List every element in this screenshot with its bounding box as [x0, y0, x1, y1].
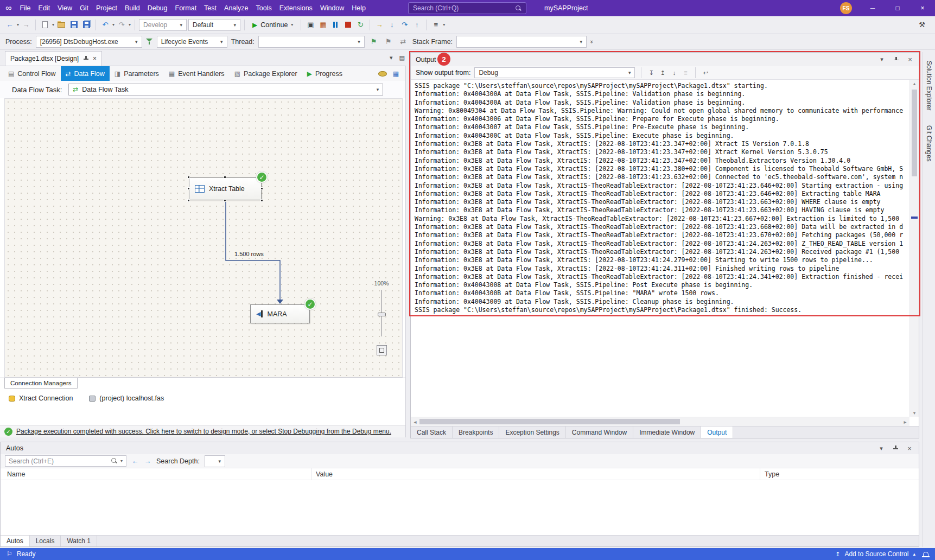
- next-message-icon[interactable]: ↓: [670, 69, 678, 76]
- execution-status-link[interactable]: Package execution completed with success…: [16, 428, 391, 435]
- pause-icon[interactable]: [330, 19, 341, 31]
- tool-window-tab[interactable]: Command Window: [566, 427, 633, 438]
- menu-item[interactable]: Format: [171, 0, 201, 16]
- redo-dropdown-icon[interactable]: ▾: [129, 22, 131, 27]
- close-button[interactable]: ×: [910, 0, 935, 16]
- search-options-icon[interactable]: ▾: [120, 459, 123, 463]
- menu-item[interactable]: Window: [316, 0, 348, 16]
- scroll-right-icon[interactable]: ▸: [901, 417, 909, 426]
- selection-handle[interactable]: [187, 187, 190, 190]
- tool-window-tab[interactable]: Locals: [30, 536, 61, 546]
- quick-search-box[interactable]: Search (Ctrl+Q): [408, 2, 526, 14]
- redo-icon[interactable]: ↷: [116, 19, 127, 31]
- pin-icon[interactable]: [892, 57, 900, 62]
- data-flow-task-dropdown[interactable]: ⇄ Data Flow Task ▾: [68, 84, 383, 96]
- horizontal-scrollbar[interactable]: ◂ ▸: [411, 417, 909, 426]
- navigate-forward-icon[interactable]: →: [21, 19, 31, 31]
- close-icon[interactable]: ×: [906, 55, 914, 63]
- getting-started-icon[interactable]: [378, 71, 387, 77]
- tab-parameters[interactable]: ◨ Parameters: [110, 66, 164, 81]
- toolbar-overflow-icon[interactable]: »: [589, 40, 595, 43]
- add-to-source-control-button[interactable]: Add to Source Control: [844, 550, 908, 558]
- process-dropdown[interactable]: [26956] DtsDebugHost.exe▾: [36, 36, 142, 48]
- tab-event-handlers[interactable]: ▦ Event Handlers: [164, 66, 230, 81]
- solution-configurations-dropdown[interactable]: Develop▾: [139, 19, 187, 31]
- undo-icon[interactable]: ↶: [100, 19, 111, 31]
- toggle-flagged-icon[interactable]: ⚑: [383, 36, 394, 48]
- tool-window-tab[interactable]: Call Stack: [411, 427, 453, 438]
- menu-item[interactable]: Test: [200, 0, 220, 16]
- selection-handle[interactable]: [224, 199, 226, 202]
- scrollbar-thumb[interactable]: [912, 90, 917, 176]
- menu-item[interactable]: Edit: [35, 0, 54, 16]
- scrollbar-thumb[interactable]: [419, 419, 680, 424]
- tool-window-tab[interactable]: Breakpoints: [453, 427, 499, 438]
- connection-item-xtract[interactable]: Xtract Connection: [9, 394, 73, 402]
- window-options-icon[interactable]: ▤: [399, 54, 405, 61]
- scroll-down-icon[interactable]: ▾: [910, 410, 919, 416]
- menu-item[interactable]: Analyze: [220, 0, 252, 16]
- search-back-icon[interactable]: ←: [131, 457, 139, 465]
- autos-grid-body[interactable]: [1, 480, 919, 535]
- chevron-up-icon[interactable]: ▴: [913, 551, 915, 557]
- close-document-icon[interactable]: ×: [93, 55, 97, 62]
- pin-icon[interactable]: [83, 56, 88, 61]
- stack-frame-dropdown[interactable]: ▾: [456, 36, 587, 48]
- connection-item-localhost[interactable]: (project) localhost.fas: [89, 394, 164, 402]
- active-files-dropdown-icon[interactable]: ▾: [390, 54, 393, 61]
- connector-path[interactable]: [226, 200, 280, 300]
- column-header-type[interactable]: Type: [760, 468, 919, 480]
- search-depth-dropdown[interactable]: ▾: [205, 455, 225, 467]
- menu-item[interactable]: Extensions: [276, 0, 316, 16]
- connection-managers-header[interactable]: Connection Managers: [4, 378, 78, 389]
- menu-item[interactable]: Build: [121, 0, 144, 16]
- dock-tab[interactable]: Solution Explorer: [925, 61, 933, 110]
- menu-item[interactable]: View: [54, 0, 76, 16]
- autos-title-bar[interactable]: Autos ▾ ×: [1, 442, 919, 454]
- step-over-icon[interactable]: ↷: [399, 19, 410, 31]
- tab-progress[interactable]: ▶ Progress: [302, 66, 347, 81]
- filter-icon[interactable]: [146, 38, 153, 45]
- menu-item[interactable]: Tools: [252, 0, 276, 16]
- find-message-icon[interactable]: ↧: [647, 69, 655, 77]
- toolbar-overflow-icon[interactable]: ▾: [443, 22, 445, 27]
- zoom-slider-thumb[interactable]: [378, 313, 386, 316]
- stop-debugging-icon[interactable]: [342, 19, 353, 31]
- tool-window-tab[interactable]: Exception Settings: [499, 427, 565, 438]
- user-avatar[interactable]: FS: [840, 2, 852, 14]
- vertical-scrollbar[interactable]: ▴ ▾: [909, 80, 919, 417]
- selection-handle[interactable]: [187, 199, 190, 202]
- menu-item[interactable]: Help: [348, 0, 370, 16]
- minimize-button[interactable]: ─: [860, 0, 885, 16]
- show-next-statement-icon[interactable]: →: [374, 19, 385, 31]
- mara-destination-node[interactable]: MARA ✓: [250, 304, 310, 323]
- tool-window-tab[interactable]: Watch 1: [61, 536, 97, 546]
- tab-package-explorer[interactable]: ▧ Package Explorer: [230, 66, 302, 81]
- document-tab-package1[interactable]: Package1.dtsx [Design] ×: [5, 51, 102, 66]
- save-icon[interactable]: [68, 19, 79, 31]
- clear-all-icon[interactable]: ≡: [682, 69, 689, 76]
- close-icon[interactable]: ×: [906, 444, 913, 453]
- preview-icon[interactable]: ▣: [305, 19, 316, 31]
- selection-handle[interactable]: [187, 176, 190, 179]
- tool-window-tab[interactable]: Immediate Window: [633, 427, 701, 438]
- parallel-stacks-icon[interactable]: ⇄: [398, 36, 409, 48]
- selection-handle[interactable]: [260, 187, 263, 190]
- fit-to-window-button[interactable]: [377, 345, 387, 355]
- navigate-back-dropdown-icon[interactable]: ▾: [17, 22, 19, 27]
- search-input[interactable]: [9, 457, 108, 465]
- tab-data-flow[interactable]: ⇄ Data Flow: [61, 66, 110, 81]
- flag-threads-icon[interactable]: ⚑: [368, 36, 379, 48]
- toolbox-tools-icon[interactable]: ⚒: [917, 19, 927, 31]
- background-tasks-icon[interactable]: ⚐: [7, 550, 12, 558]
- column-header-name[interactable]: Name: [1, 468, 311, 480]
- previous-message-icon[interactable]: ↥: [659, 69, 666, 77]
- window-position-icon[interactable]: ▾: [877, 445, 885, 452]
- pin-icon[interactable]: [892, 446, 899, 451]
- navigate-back-icon[interactable]: ←: [4, 19, 15, 31]
- window-position-icon[interactable]: ▾: [878, 56, 886, 63]
- word-wrap-icon[interactable]: ↩: [702, 69, 709, 77]
- search-box[interactable]: ▾: [5, 455, 126, 467]
- zoom-slider[interactable]: [379, 290, 384, 336]
- menu-item[interactable]: Project: [92, 0, 121, 16]
